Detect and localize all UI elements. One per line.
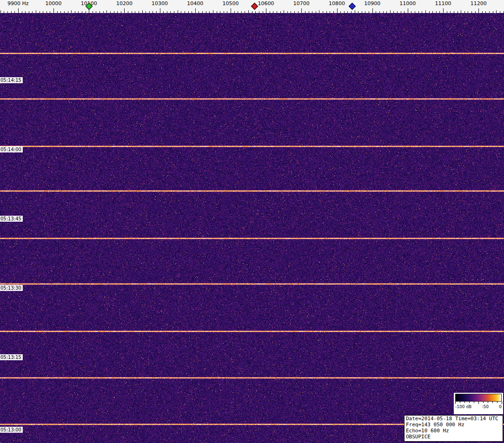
time-label: 05:14:15 [0,77,23,83]
freq-tick [443,8,444,13]
freq-tick-label: 10700 [285,0,318,7]
waterfall-area: -100 dB -50 0 Date=2014-05-18 Time=03:14… [0,13,504,443]
colorbar-tick [497,402,497,403]
freq-tick [301,8,302,13]
colorbar-ticks [455,402,502,404]
colorbar-panel: -100 dB -50 0 [454,393,503,414]
freq-tick-label: 9900 Hz [2,0,34,7]
colorbar-label-min: -100 dB [455,404,471,409]
freq-tick-label: 10900 [356,0,389,7]
colorbar-tick [460,402,460,403]
info-line-echo: Echo=10 600 Hz [406,428,501,434]
freq-tick [478,8,479,13]
colorbar-tick [483,402,484,403]
freq-tick [372,8,373,13]
colorbar-tick [474,402,474,403]
info-line-station: OBSUPICE [406,434,501,440]
app-root: 9900 Hz100001010010200103001040010500106… [0,0,504,443]
colorbar-tick [455,402,456,404]
freq-tick-label: 11000 [391,0,424,7]
freq-tick-label: 10000 [37,0,70,7]
freq-tick [231,8,231,13]
time-label: 05:13:00 [0,427,23,433]
colorbar-label-mid: -50 [482,404,489,409]
time-label: 05:13:15 [0,354,23,360]
spectrogram-canvas[interactable] [0,13,504,443]
time-label: 05:14:00 [0,146,23,152]
colorbar-labels: -100 dB -50 0 [455,404,502,409]
colorbar-tick [478,402,479,404]
freq-tick-label: 11200 [462,0,495,7]
freq-tick-label: 10300 [144,0,176,7]
colorbar-tick [502,402,502,404]
freq-tick [408,8,408,13]
freq-tick [124,8,125,13]
freq-tick-label: 10200 [108,0,140,7]
info-line-date: Date=2014-05-18 Time=03:14 UTC [406,416,501,422]
colorbar-tick [469,402,470,403]
colorbar-gradient [455,394,502,402]
freq-tick-label: 10800 [321,0,353,7]
colorbar-label-max: 0 [499,404,502,409]
colorbar-tick [488,402,488,403]
time-label: 05:13:45 [0,216,23,222]
freq-tick [53,8,54,13]
freq-tick [266,8,266,13]
freq-tick [18,8,19,13]
freq-tick-label: 10500 [214,0,247,7]
colorbar-tick [492,402,493,403]
freq-tick-label: 10400 [179,0,212,7]
info-line-freq: Freq=143 050 000 Hz [406,422,501,428]
freq-tick [337,8,338,13]
colorbar-tick [464,402,465,403]
freq-tick [195,8,196,13]
freq-tick-label: 11100 [427,0,459,7]
freq-tick [160,8,160,13]
frequency-ruler[interactable]: 9900 Hz100001010010200103001040010500106… [0,0,504,13]
time-label: 05:13:30 [0,285,23,291]
info-box: Date=2014-05-18 Time=03:14 UTC Freq=143 … [404,415,503,442]
